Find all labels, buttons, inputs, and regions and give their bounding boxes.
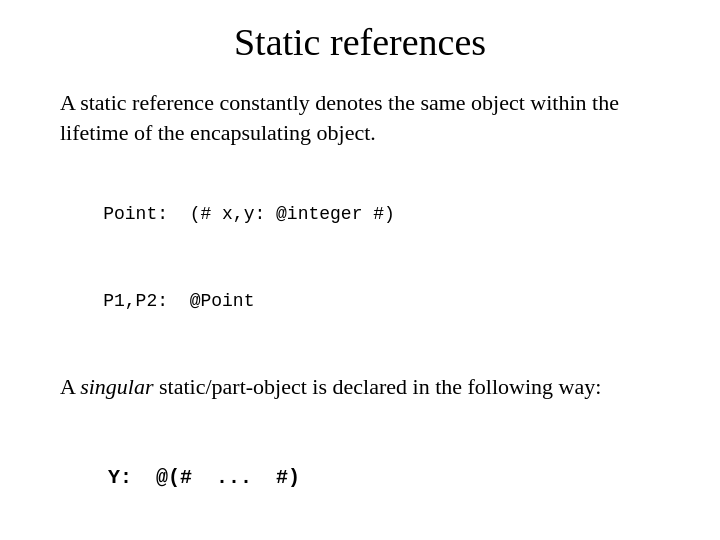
code-block-2: Y: @(# ... #) [60,430,300,526]
code-line-3: Y: @(# ... #) [108,466,300,489]
page-title: Static references [60,20,660,64]
paragraph-2-after: static/part-object is declared in the fo… [154,374,602,399]
paragraph-2: A singular static/part-object is declare… [60,372,601,402]
code-line-1: Point: (# x,y: @integer #) [103,204,395,224]
paragraph-1-text: A static reference constantly denotes th… [60,90,619,145]
code-block-1: Point: (# x,y: @integer #) P1,P2: @Point [60,171,395,344]
page-container: Static references A static reference con… [0,0,720,540]
paragraph-2-before: A [60,374,80,399]
paragraph-2-italic: singular [80,374,153,399]
paragraph-1: A static reference constantly denotes th… [60,88,660,147]
code-line-2: P1,P2: @Point [103,291,254,311]
